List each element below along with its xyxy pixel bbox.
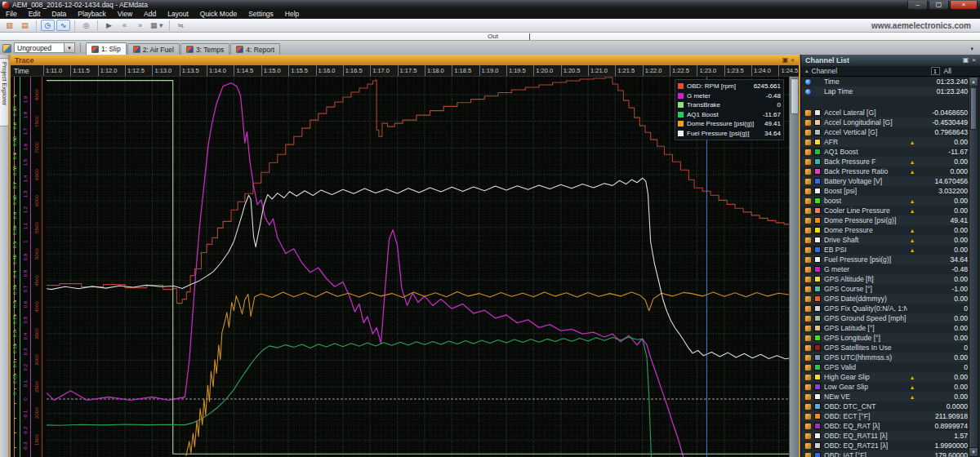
- tabbar-overflow-icon[interactable]: ▾: [970, 46, 978, 52]
- channel-row-accel-longitudinal-g[interactable]: Accel Longitudinal [G]-0.4530449: [801, 118, 969, 127]
- channel-row-obd-iat-f[interactable]: OBD: IAT [°F]179.60000: [801, 450, 969, 457]
- channel-row-obd-eq-rat21[interactable]: OBD: EQ_RAT21 [λ]1.9990000: [801, 441, 969, 450]
- rewind-icon[interactable]: «: [118, 20, 131, 31]
- trace-legend: OBD: RPM [rpm]6245.661G meter-0.48TransB…: [675, 79, 784, 140]
- menu-playback[interactable]: Playback: [72, 10, 112, 19]
- open-recent-icon[interactable]: ▤: [18, 20, 32, 31]
- channel-row-gps-fix-quality-0-n-a-1-non[interactable]: GPS Fix Quality(0:N/A, 1:Non-...0: [801, 304, 969, 313]
- channel-row-gps-utc-hhmmss-s[interactable]: GPS UTC(hhmmss.s)0.00: [801, 353, 969, 362]
- scroll-down-icon[interactable]: ▼: [969, 447, 978, 456]
- channel-row-time[interactable]: Time01:23.240: [801, 77, 969, 87]
- channel-row-gps-date-ddmmyy[interactable]: GPS Date(ddmmyy)0.00: [801, 294, 969, 304]
- tab-1-slip[interactable]: 1: Slip: [86, 42, 127, 55]
- connect-icon[interactable]: ≒: [174, 20, 188, 31]
- tab-4-report[interactable]: 4: Report: [230, 43, 280, 55]
- layout-icon[interactable]: [2, 44, 11, 53]
- menu-layout[interactable]: Layout: [162, 10, 194, 19]
- column-channel[interactable]: Channel: [812, 67, 838, 75]
- chevron-down-icon[interactable]: ▼: [65, 42, 75, 53]
- channel-math-icon: [804, 197, 812, 205]
- sort-arrow-icon[interactable]: ▴: [805, 68, 808, 74]
- channel-row-gps-satellites-in-use[interactable]: GPS Satellites In Use0: [801, 343, 969, 353]
- channel-row-fuel-pressure-psi-g[interactable]: Fuel Pressure [psi(g)]34.64: [801, 255, 969, 264]
- menu-view[interactable]: View: [112, 10, 138, 19]
- menu-help[interactable]: Help: [279, 10, 305, 19]
- scroll-up-icon[interactable]: ▲: [969, 78, 978, 87]
- channel-row-eb-psi[interactable]: EB PSI▲0.00: [801, 245, 969, 255]
- channel-row-boost-psi[interactable]: Boost [psi]3.032200: [801, 186, 969, 196]
- tab-2-air-fuel[interactable]: 2: Air Fuel: [127, 43, 180, 55]
- channel-row-cooler-line-pressure[interactable]: Cooler Line Pressure▲0.00: [801, 206, 969, 215]
- channel-value: 01:23.240: [917, 78, 968, 86]
- group-selector[interactable]: Ungrouped ▼: [14, 42, 75, 53]
- channel-row-obd-dtc-cnt[interactable]: OBD: DTC_CNT0.0000: [801, 402, 969, 411]
- channel-row-gps-ground-speed-mph[interactable]: GPS Ground Speed [mph]0.00: [801, 313, 969, 323]
- open-file-icon[interactable]: ▨: [2, 20, 16, 31]
- channel-row-new-ve[interactable]: NEw VE▲0.00: [801, 392, 969, 402]
- channel-row-accel-vertical-g[interactable]: Accel Vertical [G]0.7968643: [801, 127, 969, 137]
- channel-scrollbar[interactable]: ▲ ▼: [969, 77, 978, 457]
- tab-3-temps[interactable]: 3: Temps: [180, 43, 229, 55]
- trace-view-icon[interactable]: ∿: [56, 20, 70, 31]
- column-badge-1[interactable]: 1: [931, 67, 940, 75]
- trace-popout-icon[interactable]: ▣: [782, 55, 789, 64]
- channel-name: Back Pressure F: [824, 158, 907, 166]
- trace-plot-area[interactable]: 10.950.90.850.80.750.70.650.60.550.50.45…: [11, 77, 799, 457]
- channel-row-gps-longitude[interactable]: GPS Longitude [°]0.00: [801, 333, 969, 343]
- channel-row-gps-altitude-ft[interactable]: GPS Altitude [ft]0.00: [801, 274, 969, 284]
- channel-row-boost[interactable]: boost▲0.00: [801, 196, 969, 206]
- channel-row-back-pressure-f[interactable]: Back Pressure F▲0.00: [801, 157, 969, 166]
- maximize-button[interactable]: ▢: [929, 1, 949, 10]
- channel-color-chip: [814, 188, 821, 194]
- menu-quick-mode[interactable]: Quick Mode: [194, 10, 243, 19]
- channel-row-lap-time[interactable]: Lap Time01:23.240: [801, 87, 969, 96]
- channel-math-icon: [804, 335, 812, 342]
- channel-row-obd-eq-rat11[interactable]: OBD: EQ_RAT11 [λ]1.57: [801, 431, 969, 441]
- channel-row-battery-voltage-v[interactable]: Battery Voltage [V]14.670456: [801, 176, 969, 186]
- trace-close-icon[interactable]: ×: [791, 55, 795, 64]
- channel-row-dome-pressure-psi-g[interactable]: Dome Pressure [psi(g)]49.41: [801, 215, 969, 225]
- channel-row-high-gear-slip[interactable]: High Gear Slip▲0.00: [801, 372, 969, 382]
- channel-row-aq1-boost[interactable]: AQ1 Boost-11.67: [801, 147, 969, 157]
- group-selector-value[interactable]: Ungrouped: [14, 42, 65, 53]
- trace-window-header[interactable]: Trace ▣×: [11, 55, 799, 65]
- column-all[interactable]: All: [944, 67, 951, 75]
- project-explorer-tab[interactable]: Project Explorer: [0, 58, 9, 126]
- rpm-axis-label: 6500: [33, 166, 40, 183]
- channel-row-gps-course[interactable]: GPS Course [°]-1.00: [801, 284, 969, 294]
- menu-edit[interactable]: Edit: [23, 10, 47, 19]
- channel-row-g-meter[interactable]: G meter-0.48: [801, 264, 969, 274]
- channel-list-close-icon[interactable]: ×: [972, 55, 976, 65]
- menu-file[interactable]: File: [0, 10, 23, 19]
- channel-row-obd-eq-rat[interactable]: OBD: EQ_RAT [λ]0.8999974: [801, 421, 969, 431]
- channel-row-accel-lateral-g[interactable]: Accel Lateral [G]-0.0468650: [801, 108, 969, 118]
- channel-list-popout-icon[interactable]: ▣: [963, 55, 969, 65]
- channel-color-chip: [814, 433, 821, 439]
- channel-row-gps-valid[interactable]: GPS Valid0: [801, 362, 969, 372]
- trace-scrollbar-thumb[interactable]: [791, 78, 799, 114]
- menu-settings[interactable]: Settings: [243, 10, 279, 19]
- channel-row-dome-pressure[interactable]: Dome Pressure▲0.00: [801, 225, 969, 235]
- channel-row-drive-shaft[interactable]: Drive Shaft▲0.00: [801, 235, 969, 245]
- minimize-button[interactable]: –: [907, 1, 928, 10]
- play-icon[interactable]: ▶: [102, 20, 116, 31]
- channel-row-afr[interactable]: AFR▲0.00: [801, 137, 969, 147]
- channel-list-header[interactable]: Channel List ▣×: [801, 55, 980, 66]
- zoom-tool-icon[interactable]: ◎: [79, 20, 93, 31]
- channel-row-gps-latitude[interactable]: GPS Latitude [°]0.00: [801, 323, 969, 333]
- display-mode-icon[interactable]: ▦ ▾: [149, 20, 165, 31]
- channel-list-columns[interactable]: ▴ Channel 1 All: [801, 66, 980, 77]
- channel-row-back-pressure-ratio[interactable]: Back Pressure Ratio▲0.000: [801, 166, 969, 176]
- trace-scrollbar[interactable]: [789, 77, 799, 457]
- time-tick: 1:13.0: [152, 65, 172, 77]
- menu-add[interactable]: Add: [138, 10, 162, 19]
- channel-row-low-gear-slip[interactable]: Low Gear Slip▲0.00: [801, 382, 969, 392]
- close-button[interactable]: ×: [950, 1, 978, 10]
- time-ruler[interactable]: Time 1:11.01:11.51:12.01:12.51:13.01:13.…: [11, 65, 799, 77]
- channel-math-icon: [804, 423, 812, 430]
- forward-icon[interactable]: »: [133, 20, 147, 31]
- menu-data[interactable]: Data: [46, 10, 72, 19]
- channel-row-obd-ect-f[interactable]: OBD: ECT [°F]211.90918: [801, 411, 969, 421]
- time-cursor-icon[interactable]: ◷: [41, 20, 55, 31]
- channel-scrollbar-thumb[interactable]: [970, 87, 977, 130]
